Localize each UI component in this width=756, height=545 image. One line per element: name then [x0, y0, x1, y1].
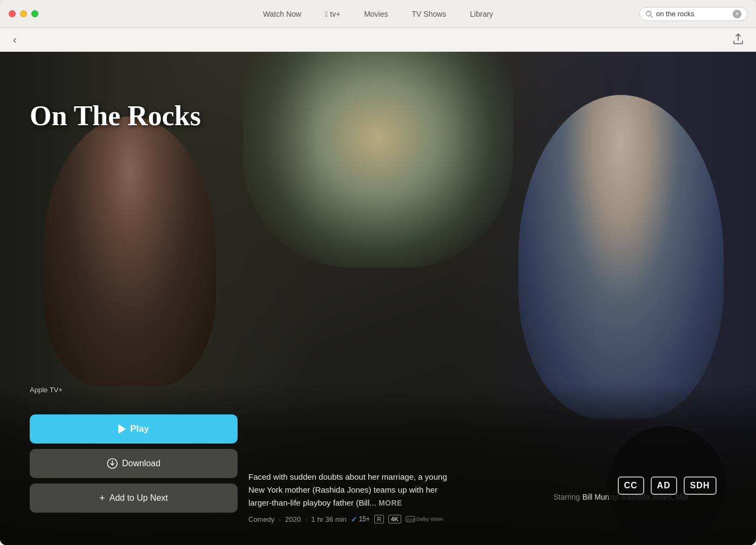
person-right-silhouette: [518, 95, 724, 419]
play-icon: [118, 424, 126, 434]
nav-tab-library[interactable]: Library: [458, 6, 505, 22]
svg-line-1: [651, 15, 653, 17]
apple-logo-icon: : [325, 10, 328, 18]
starring-label: Starring: [554, 493, 580, 501]
download-button[interactable]: Download: [30, 449, 238, 478]
check-icon: ✓: [351, 515, 357, 523]
mpaa-rating-box: R: [374, 515, 384, 523]
maximize-button[interactable]: [31, 10, 38, 17]
movie-info-panel: Faced with sudden doubts about her marri…: [248, 471, 454, 523]
resolution-box: 4K: [388, 515, 401, 523]
search-icon: [645, 10, 653, 18]
main-content: On The Rocks Apple TV+ Play Download + A…: [0, 52, 756, 545]
year-text: 2020: [285, 515, 301, 523]
accessibility-circle: CC AD SDH: [608, 426, 726, 545]
play-button[interactable]: Play: [30, 414, 238, 444]
movie-title: On The Rocks: [30, 100, 201, 131]
ad-badge: AD: [651, 476, 677, 495]
movie-description: Faced with sudden doubts about her marri…: [248, 471, 454, 509]
nav-tabs: Watch Now  tv+ Movies TV Shows Library: [251, 6, 505, 22]
titlebar: Watch Now  tv+ Movies TV Shows Library …: [0, 0, 756, 28]
nav-tab-tv-shows[interactable]: TV Shows: [400, 6, 458, 22]
person-left-silhouette: [43, 117, 216, 386]
action-buttons: Play Download + Add to Up Next: [30, 414, 238, 513]
more-link[interactable]: MORE: [379, 499, 402, 507]
cc-badge: CC: [618, 476, 644, 495]
add-to-up-next-button[interactable]: + Add to Up Next: [30, 483, 238, 513]
traffic-lights: [9, 10, 38, 17]
dolby-badge: DOLBY Dolby Vision: [406, 516, 443, 522]
search-bar[interactable]: on the rocks ✕: [639, 7, 747, 21]
movie-meta: Comedy · 2020 · 1 hr 36 min ✓ 15+ R 4K D…: [248, 515, 454, 523]
search-query: on the rocks: [656, 10, 730, 18]
svg-text:DOLBY: DOLBY: [407, 518, 415, 521]
nav-tab-appletv[interactable]:  tv+: [313, 6, 352, 22]
sdh-badge: SDH: [684, 476, 717, 495]
dolby-icon: DOLBY: [406, 516, 415, 522]
close-button[interactable]: [9, 10, 16, 17]
nav-tab-watch-now[interactable]: Watch Now: [251, 6, 313, 22]
minimize-button[interactable]: [20, 10, 27, 17]
download-icon: [107, 458, 118, 469]
nav-tab-movies[interactable]: Movies: [352, 6, 400, 22]
toolbar: ‹: [0, 28, 756, 52]
share-button[interactable]: [729, 31, 747, 49]
content-rating: ✓ 15+: [351, 515, 370, 523]
search-clear-button[interactable]: ✕: [733, 10, 741, 18]
plus-icon: +: [99, 493, 105, 504]
share-icon: [733, 33, 743, 44]
back-button[interactable]: ‹: [9, 31, 21, 48]
genre-text: Comedy: [248, 515, 274, 523]
duration-text: 1 hr 36 min: [312, 515, 347, 523]
provider-badge: Apple TV+: [30, 386, 63, 394]
